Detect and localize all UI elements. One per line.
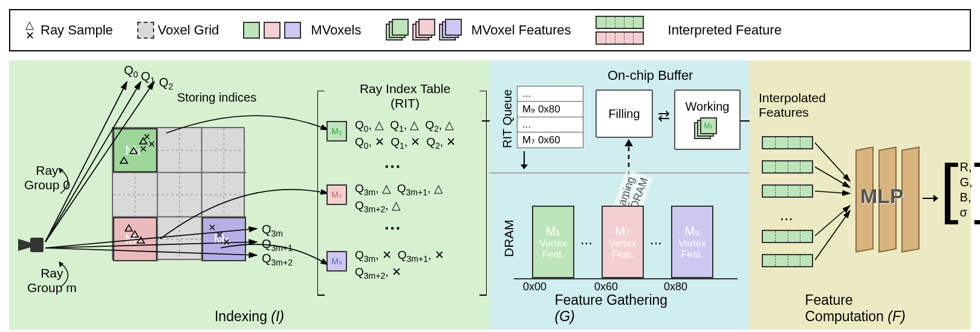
- rit-row-2a: Q3m, △ Q3m+1, △: [355, 181, 443, 197]
- working-stack-icon: M₁: [694, 117, 717, 140]
- rit-chip-m7: M₇: [326, 184, 347, 205]
- mvoxel-blue-icon: [284, 22, 301, 39]
- legend: △✕ Ray Sample Voxel Grid MVoxels MVoxel …: [9, 9, 971, 51]
- feat-ellipsis: ...: [780, 206, 793, 224]
- dram-block-m9: M₉ Vertex Feat.: [671, 206, 713, 278]
- panel-gathering-label: Feature Gathering (G): [555, 292, 685, 325]
- legend-ray-sample: △✕ Ray Sample: [25, 19, 113, 41]
- rotation-arc-m-icon: [57, 260, 82, 290]
- legend-voxel-grid-label: Voxel Grid: [158, 22, 219, 38]
- dram-block-m1: M₁ Vertex Feat.: [532, 206, 574, 278]
- working-buffer: Working M₁: [674, 90, 741, 150]
- svg-marker-19: [130, 148, 137, 154]
- mvoxel-pink-icon: [264, 22, 281, 39]
- svg-marker-18: [120, 157, 128, 163]
- svg-marker-35: [625, 139, 633, 146]
- feat-bar-3: [762, 184, 813, 198]
- legend-mvoxel-features-label: MVoxel Features: [472, 22, 571, 38]
- rit-queue-table: ... M₉ 0x80 ... M₇ 0x60: [517, 86, 583, 148]
- dram-baseline-icon: [514, 278, 738, 280]
- interp-bar-pink-icon: [595, 31, 644, 45]
- panel-computation: Feature Computation (F) Interpolated Fea…: [750, 60, 971, 330]
- legend-voxel-grid: Voxel Grid: [137, 22, 219, 39]
- queue-to-dram-arrow-icon: [517, 151, 532, 169]
- dram-ellipsis-1: ...: [580, 231, 592, 248]
- output-vector: [ R, G, B, σ ]: [940, 160, 980, 220]
- interp-bar-green-icon: [595, 16, 644, 29]
- mlp-out-arrow-icon: [923, 192, 938, 204]
- dram-ellipsis-2: ...: [650, 231, 662, 248]
- svg-marker-33: [521, 164, 528, 169]
- queue-row-3: M₇ 0x60: [518, 132, 583, 148]
- rit-queue-label: RIT Queue: [501, 90, 514, 148]
- voxel-grid-icon: [137, 22, 154, 39]
- svg-marker-20: [140, 138, 147, 144]
- queue-row-1: M₉ 0x80: [518, 102, 583, 117]
- panel-indexing: Indexing (I) Ray Group 0 Ray Group m: [9, 60, 490, 330]
- on-chip-buffer-label: On-chip Buffer: [608, 68, 693, 83]
- svg-marker-45: [933, 195, 938, 202]
- panel-computation-label: Feature Computation (F): [805, 292, 916, 325]
- mlp-layer-3: [901, 146, 920, 252]
- legend-ray-sample-label: Ray Sample: [41, 22, 113, 38]
- svg-marker-0: [18, 239, 30, 251]
- filling-buffer: Filling: [595, 90, 653, 138]
- rit-row-2b: Q3m+2, △: [355, 198, 401, 214]
- feat-bar-2: [762, 160, 813, 174]
- legend-interpreted-feature: [595, 16, 644, 45]
- feat-to-mlp-arrows-icon: [815, 133, 857, 272]
- feat-bar-5: [762, 254, 813, 267]
- q3m2-label: Q3m+2: [262, 252, 293, 267]
- sample-markers-icon: [113, 128, 246, 261]
- mvoxel-feat-green-icon: [386, 19, 409, 42]
- svg-line-40: [815, 167, 850, 187]
- rit-chip-m1: M₁: [326, 121, 347, 142]
- svg-line-41: [815, 191, 850, 194]
- addr-2: 0x80: [664, 281, 687, 293]
- camera-icon: [18, 233, 48, 257]
- legend-interpreted-feature-label: Interpreted Feature: [668, 22, 782, 38]
- interp-features-label: Interpolated Features: [759, 91, 826, 120]
- dram-label: DRAM: [502, 220, 516, 257]
- rit-row-1a: Q0, △ Q1, △ Q2, △: [355, 118, 454, 134]
- panel-indexing-label: Indexing (I): [215, 308, 284, 325]
- svg-marker-2: [59, 168, 63, 174]
- svg-marker-21: [125, 225, 132, 231]
- svg-line-43: [815, 210, 850, 260]
- svg-marker-23: [137, 237, 144, 243]
- rotation-arc-0-icon: [57, 166, 82, 197]
- rit-ellipsis-1: ⋯: [384, 156, 401, 176]
- legend-mvoxels-label: MVoxels: [311, 22, 361, 38]
- addr-0: 0x00: [523, 281, 547, 293]
- voxel-grid: M₁ M₇ M₉: [112, 127, 245, 260]
- svg-marker-3: [59, 261, 63, 267]
- panel-gathering: Feature Gathering (G) On-chip Buffer RIT…: [490, 60, 750, 330]
- queue-row-2: ...: [518, 117, 583, 132]
- q1-label: Q1: [141, 70, 155, 85]
- svg-marker-22: [131, 231, 138, 237]
- ray-sample-icon: △✕: [25, 19, 34, 41]
- q3m-label: Q3m: [262, 223, 283, 238]
- q2-label: Q2: [159, 76, 173, 91]
- storing-indices-label: Storing indices: [177, 91, 256, 105]
- feat-bar-4: [762, 230, 813, 243]
- diagram-root: △✕ Ray Sample Voxel Grid MVoxels MVoxel …: [0, 0, 980, 332]
- mvoxel-green-icon: [243, 22, 260, 39]
- legend-mvoxels: MVoxels: [243, 22, 361, 39]
- q0-label: Q0: [124, 63, 138, 79]
- legend-interp-label-wrap: Interpreted Feature: [668, 22, 782, 38]
- dram-block-m7: M₇ Vertex Feat.: [602, 206, 644, 278]
- svg-line-39: [815, 143, 850, 181]
- swap-arrows-icon: ⇄: [658, 108, 670, 125]
- q3m1-label: Q3m+1: [262, 237, 293, 253]
- rit-row-1b: Q0, ✕ Q1, ✕ Q2, ✕: [355, 135, 456, 151]
- svg-line-42: [815, 206, 850, 236]
- mvoxel-feat-blue-icon: [439, 19, 462, 42]
- mlp-label: MLP: [860, 184, 904, 208]
- legend-mvoxel-features: MVoxel Features: [386, 19, 571, 42]
- feat-bar-1: [762, 136, 813, 149]
- rit-ellipsis-2: ⋯: [384, 218, 401, 238]
- svg-rect-1: [30, 238, 44, 252]
- addr-1: 0x60: [594, 281, 618, 293]
- rit-row-3a: Q3m, ✕ Q3m+1, ✕: [355, 248, 444, 264]
